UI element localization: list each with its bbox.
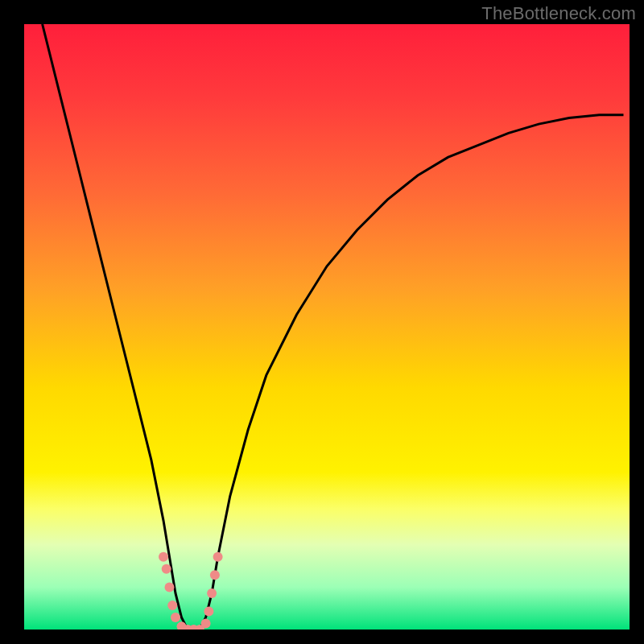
curve-marker [167, 601, 177, 610]
curve-marker [201, 619, 211, 629]
chart-svg [24, 24, 630, 630]
chart-plot-area [24, 24, 630, 630]
chart-frame: TheBottleneck.com [0, 0, 644, 644]
curve-marker [204, 606, 213, 616]
curve-marker [162, 564, 171, 574]
curve-marker [210, 570, 220, 580]
curve-marker [165, 582, 175, 592]
curve-marker [171, 613, 180, 622]
curve-marker [213, 552, 223, 562]
curve-marker [159, 552, 168, 562]
curve-marker [207, 588, 217, 598]
chart-background [24, 24, 630, 630]
watermark-text: TheBottleneck.com [481, 3, 636, 24]
